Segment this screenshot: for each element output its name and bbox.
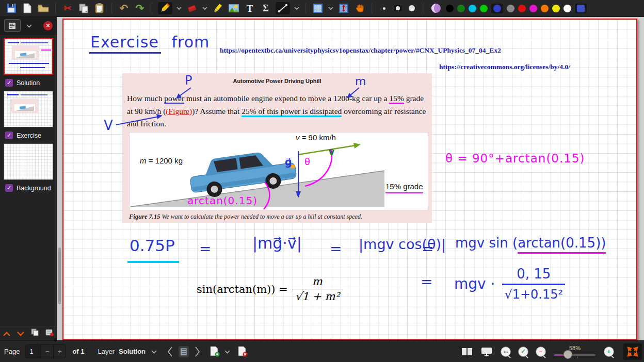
layer-row-exercise: ✓ Exercise bbox=[5, 131, 57, 139]
zoom-slider-thumb[interactable] bbox=[564, 350, 572, 359]
page-decrement-button[interactable]: − bbox=[41, 345, 53, 358]
stroke-medium-icon bbox=[396, 6, 400, 10]
sidebar-scrollbar[interactable] bbox=[57, 17, 62, 340]
underlined-15pct: 15% bbox=[389, 94, 404, 104]
math-tex-icon[interactable]: Σ bbox=[260, 2, 272, 14]
layer-stack-icon[interactable] bbox=[179, 346, 189, 357]
redo-icon[interactable]: ↷ bbox=[134, 2, 146, 14]
color-wheel-icon[interactable] bbox=[430, 2, 442, 14]
vertical-space-icon[interactable] bbox=[337, 2, 350, 14]
color-swatch-cyan[interactable] bbox=[469, 5, 476, 12]
status-bar: Page 1 − + of 1 Layer Solution 1:1 ✓ − 5… bbox=[0, 340, 644, 362]
add-page-chevron-icon[interactable] bbox=[224, 349, 230, 355]
source-url[interactable]: https://opentextbc.ca/universityphysicsv… bbox=[220, 46, 501, 55]
eraser-icon[interactable] bbox=[186, 2, 198, 14]
layer-preview-solution[interactable] bbox=[4, 38, 53, 75]
document-page[interactable]: Exercise from https://opentextbc.ca/univ… bbox=[62, 19, 637, 340]
annotation-p: P bbox=[185, 73, 192, 88]
page-number-input[interactable]: 1 bbox=[25, 345, 41, 358]
page-increment-button[interactable]: + bbox=[53, 345, 66, 358]
cut-icon[interactable]: ✂ bbox=[61, 2, 74, 14]
fullscreen-button[interactable] bbox=[623, 343, 642, 360]
text-tool-icon[interactable]: T bbox=[244, 2, 256, 14]
undo-icon[interactable]: ↶ bbox=[118, 2, 130, 14]
layer-checkbox-background[interactable]: ✓ bbox=[5, 184, 13, 192]
paste-icon[interactable] bbox=[93, 2, 106, 14]
pen-tool-button[interactable] bbox=[158, 2, 172, 14]
thumb-decor bbox=[21, 42, 48, 43]
layer-checkbox-exercise[interactable]: ✓ bbox=[5, 131, 13, 139]
color-swatch-magenta[interactable] bbox=[529, 5, 537, 12]
figure-link[interactable]: (Figure) bbox=[166, 107, 192, 116]
zoom-slider[interactable] bbox=[554, 351, 595, 358]
color-swatch-white[interactable] bbox=[564, 5, 571, 12]
magenta-underlined-arctan: arctan(0.15)) bbox=[518, 235, 606, 254]
sidebar-mode-chevron-icon[interactable] bbox=[26, 23, 32, 29]
thumb-decor bbox=[12, 45, 39, 60]
sidebar-mode-button[interactable] bbox=[4, 19, 21, 32]
layer-checkbox-solution[interactable]: ✓ bbox=[5, 79, 13, 87]
zoom-in-icon[interactable]: + bbox=[604, 347, 614, 357]
scrollbar-thumb[interactable] bbox=[58, 248, 61, 304]
toolbar-separator bbox=[111, 3, 112, 13]
color-swatch-darkgreen[interactable] bbox=[457, 5, 465, 12]
shape-options-chevron-icon[interactable] bbox=[294, 5, 300, 11]
eraser-options-chevron-icon[interactable] bbox=[202, 5, 208, 11]
layer-row-solution: ✓ Solution bbox=[5, 79, 57, 87]
color-swatch-blue-selected[interactable] bbox=[491, 4, 503, 13]
eq-mid1: |mg⃗·v⃗| bbox=[252, 234, 302, 252]
zoom-fit-icon[interactable]: ✓ bbox=[518, 347, 528, 357]
save-icon[interactable] bbox=[5, 2, 18, 14]
toolbar-separator bbox=[372, 3, 372, 13]
select-options-chevron-icon[interactable] bbox=[328, 5, 334, 11]
layer-down-icon[interactable] bbox=[17, 329, 24, 338]
new-document-icon[interactable] bbox=[21, 2, 34, 14]
add-page-icon[interactable] bbox=[210, 346, 220, 357]
presentation-mode-icon[interactable] bbox=[481, 347, 492, 356]
hand-tool-icon[interactable] bbox=[353, 2, 366, 14]
license-url[interactable]: https://creativecommons.org/licenses/by/… bbox=[439, 63, 570, 71]
problem-title: Automotive Power Driving Uphill bbox=[122, 78, 432, 84]
underlined-25pct: 25% of this power is dissipated bbox=[242, 107, 342, 117]
copy-icon[interactable] bbox=[77, 2, 90, 14]
image-tool-icon[interactable] bbox=[228, 2, 240, 14]
toolbar-separator bbox=[305, 3, 306, 13]
layer-select-chevron-icon[interactable] bbox=[151, 349, 157, 355]
g-vector-label: g⃗ bbox=[285, 156, 293, 168]
color-swatch-gray[interactable] bbox=[507, 5, 514, 12]
prev-layer-icon[interactable] bbox=[167, 347, 172, 357]
stroke-fine-icon[interactable] bbox=[378, 2, 390, 14]
color-swatch-black[interactable] bbox=[446, 5, 454, 12]
page-spinner: 1 − + bbox=[25, 344, 66, 358]
figure-7-15: m = 1200 kg v = 90 km/h v⃗ g⃗ θ 15% grad… bbox=[129, 132, 428, 210]
layer-select-value[interactable]: Solution bbox=[119, 348, 146, 355]
color-swatch-yellow[interactable] bbox=[552, 5, 560, 12]
stroke-medium-button[interactable] bbox=[394, 5, 402, 11]
toolbar-separator bbox=[424, 3, 424, 13]
fullscreen-icon bbox=[627, 347, 638, 357]
pen-icon bbox=[160, 3, 170, 13]
copy-layer-icon[interactable] bbox=[31, 328, 39, 338]
zoom-out-icon[interactable]: − bbox=[536, 347, 546, 357]
layer-preview-background[interactable] bbox=[4, 143, 53, 180]
delete-page-icon[interactable] bbox=[237, 346, 248, 357]
next-layer-icon[interactable] bbox=[195, 347, 200, 357]
highlighter-icon[interactable] bbox=[212, 2, 224, 14]
color-swatch-red[interactable] bbox=[518, 5, 526, 12]
layer-up-icon[interactable] bbox=[3, 329, 10, 338]
layer-preview-exercise[interactable] bbox=[4, 91, 53, 127]
shape-tool-button[interactable] bbox=[276, 2, 290, 14]
thumb-decor bbox=[9, 63, 49, 64]
custom-color-button[interactable] bbox=[575, 4, 587, 13]
rect-select-icon[interactable] bbox=[312, 2, 324, 14]
dual-page-view-icon[interactable] bbox=[461, 348, 473, 356]
color-swatch-orange[interactable] bbox=[541, 5, 549, 12]
sidebar-close-button[interactable]: ✕ bbox=[43, 21, 53, 30]
open-folder-icon[interactable] bbox=[37, 2, 50, 14]
pen-options-chevron-icon[interactable] bbox=[176, 5, 182, 11]
page-label: Page bbox=[4, 348, 20, 355]
delete-layer-icon[interactable] bbox=[45, 328, 54, 338]
color-swatch-green[interactable] bbox=[480, 5, 488, 12]
zoom-original-icon[interactable]: 1:1 bbox=[501, 347, 511, 357]
stroke-thick-icon[interactable] bbox=[406, 2, 418, 14]
